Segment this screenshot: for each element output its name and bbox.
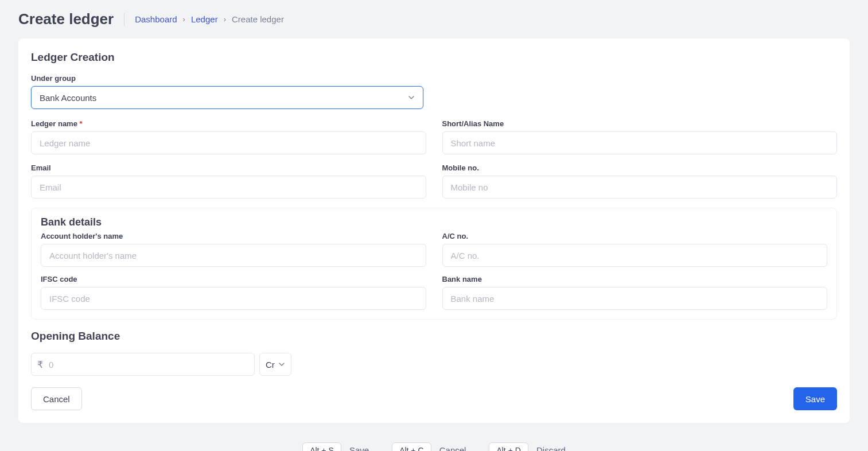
shortcut-discard: Alt + D Discard <box>489 442 565 451</box>
email-label: Email <box>31 164 426 172</box>
short-name-input[interactable] <box>442 131 838 154</box>
mobile-input[interactable] <box>442 176 838 199</box>
breadcrumb-link-ledger[interactable]: Ledger <box>191 14 218 24</box>
bank-details-title: Bank details <box>41 216 827 228</box>
chevron-right-icon: › <box>224 15 226 24</box>
under-group-label: Under group <box>31 74 423 83</box>
ac-no-label: A/C no. <box>442 232 828 240</box>
account-holder-input[interactable] <box>41 244 426 267</box>
opening-balance-input[interactable] <box>49 360 248 370</box>
under-group-value: Bank Accounts <box>40 93 96 103</box>
rupee-icon: ₹ <box>37 359 43 370</box>
cancel-button[interactable]: Cancel <box>31 387 82 410</box>
keyboard-shortcuts-bar: Alt + S Save Alt + C Cancel Alt + D Disc… <box>0 434 868 451</box>
ifsc-label: IFSC code <box>41 275 426 283</box>
ac-no-input[interactable] <box>442 244 828 267</box>
bank-details-card: Bank details Account holder's name A/C n… <box>31 208 837 320</box>
shortcut-label: Save <box>349 445 369 451</box>
page-title: Create ledger <box>18 10 114 28</box>
save-button[interactable]: Save <box>793 387 837 410</box>
mobile-label: Mobile no. <box>442 164 838 172</box>
kbd: Alt + D <box>489 442 528 451</box>
breadcrumb-current: Create ledger <box>232 14 284 24</box>
page-header: Create ledger Dashboard › Ledger › Creat… <box>0 0 868 38</box>
chevron-right-icon: › <box>183 15 185 24</box>
ledger-form-card: Ledger Creation Under group Bank Account… <box>18 38 850 423</box>
section-title: Ledger Creation <box>31 51 837 64</box>
shortcut-save: Alt + S Save <box>302 442 369 451</box>
shortcut-label: Cancel <box>439 445 466 451</box>
header-separator <box>124 13 124 26</box>
account-holder-label: Account holder's name <box>41 232 426 240</box>
shortcut-cancel: Alt + C Cancel <box>392 442 466 451</box>
bank-name-label: Bank name <box>442 275 828 283</box>
breadcrumb: Dashboard › Ledger › Create ledger <box>135 14 284 24</box>
kbd: Alt + C <box>392 442 431 451</box>
ledger-name-label: Ledger name * <box>31 119 426 128</box>
ifsc-input[interactable] <box>41 287 426 310</box>
short-name-label: Short/Alias Name <box>442 119 838 128</box>
chevron-down-icon <box>278 361 285 368</box>
chevron-down-icon <box>408 94 415 101</box>
opening-balance-title: Opening Balance <box>31 330 837 343</box>
drcr-value: Cr <box>266 360 275 370</box>
email-input[interactable] <box>31 176 426 199</box>
ledger-name-input[interactable] <box>31 131 426 154</box>
under-group-select[interactable]: Bank Accounts <box>31 86 423 109</box>
opening-balance-field[interactable]: ₹ <box>31 353 255 376</box>
shortcut-label: Discard <box>536 445 566 451</box>
drcr-select[interactable]: Cr <box>259 353 291 376</box>
kbd: Alt + S <box>302 442 341 451</box>
bank-name-input[interactable] <box>442 287 828 310</box>
breadcrumb-link-dashboard[interactable]: Dashboard <box>135 14 177 24</box>
